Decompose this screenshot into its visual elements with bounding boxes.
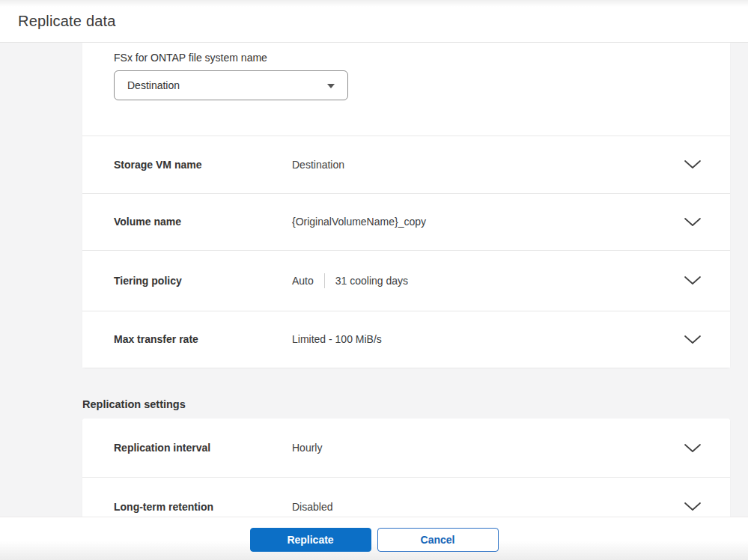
replication-settings-heading: Replication settings: [82, 398, 186, 410]
file-system-select[interactable]: Destination: [114, 70, 348, 100]
chevron-down-icon[interactable]: [684, 443, 702, 453]
chevron-down-icon[interactable]: [684, 217, 702, 227]
chevron-down-icon[interactable]: [684, 159, 702, 169]
row-label: Volume name: [114, 216, 292, 228]
page-body: FSx for ONTAP file system name Destinati…: [0, 43, 748, 517]
row-label: Replication interval: [114, 442, 292, 454]
destination-config-card: FSx for ONTAP file system name Destinati…: [82, 43, 730, 368]
row-value: Hourly: [292, 442, 684, 454]
caret-down-icon: [327, 84, 335, 88]
replication-settings-card: Replication interval Hourly Long-term re…: [82, 419, 730, 517]
chevron-down-icon[interactable]: [684, 335, 702, 344]
chevron-down-icon[interactable]: [684, 502, 702, 511]
page-title: Replicate data: [18, 13, 116, 30]
replicate-data-page: Replicate data FSx for ONTAP file system…: [0, 0, 748, 560]
value-separator: [324, 273, 325, 288]
row-value: Destination: [292, 159, 684, 171]
tiering-policy-value: Auto: [292, 275, 314, 287]
accordion-row-tiering-policy[interactable]: Tiering policy Auto 31 cooling days: [82, 250, 730, 311]
action-footer: Replicate Cancel: [0, 517, 748, 560]
row-value: {OriginalVolumeName}_copy: [292, 216, 684, 228]
file-system-section: FSx for ONTAP file system name Destinati…: [82, 43, 730, 136]
row-label: Tiering policy: [114, 275, 292, 287]
cancel-button[interactable]: Cancel: [377, 528, 499, 552]
file-system-selected-value: Destination: [127, 79, 180, 91]
row-value: Disabled: [292, 501, 684, 513]
row-label: Max transfer rate: [114, 333, 292, 345]
row-label: Long-term retention: [114, 501, 292, 513]
row-value: Auto 31 cooling days: [292, 273, 684, 288]
accordion-row-long-term-retention[interactable]: Long-term retention Disabled: [82, 477, 730, 517]
accordion-row-max-transfer-rate[interactable]: Max transfer rate Limited - 100 MiB/s: [82, 311, 730, 368]
accordion-row-storage-vm-name[interactable]: Storage VM name Destination: [82, 136, 730, 193]
row-value: Limited - 100 MiB/s: [292, 333, 684, 345]
page-header: Replicate data: [0, 0, 748, 43]
chevron-down-icon[interactable]: [684, 276, 702, 285]
file-system-label: FSx for ONTAP file system name: [114, 52, 699, 64]
cooling-days-value: 31 cooling days: [335, 275, 408, 287]
replicate-button[interactable]: Replicate: [250, 528, 371, 552]
row-label: Storage VM name: [114, 159, 292, 171]
accordion-row-volume-name[interactable]: Volume name {OriginalVolumeName}_copy: [82, 193, 730, 251]
accordion-row-replication-interval[interactable]: Replication interval Hourly: [82, 419, 730, 477]
